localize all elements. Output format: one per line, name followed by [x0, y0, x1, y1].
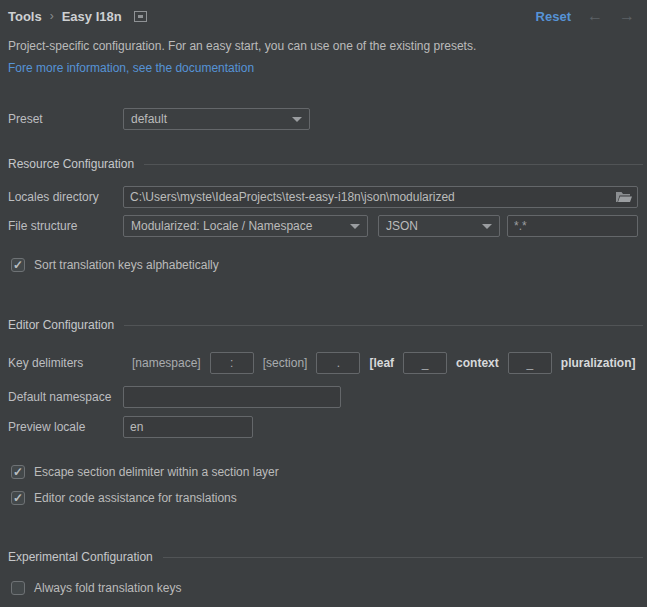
file-structure-row: File structure Modularized: Locale / Nam…: [8, 215, 647, 237]
breadcrumb-tools[interactable]: Tools: [8, 9, 42, 24]
checkbox-box[interactable]: ✓: [11, 491, 25, 505]
section-divider: [144, 164, 643, 165]
plural-delimiter-input[interactable]: [508, 352, 552, 374]
documentation-link[interactable]: Fore more information, see the documenta…: [8, 61, 647, 75]
breadcrumb-easy-i18n: Easy I18n: [62, 9, 122, 24]
preset-selected-value: default: [131, 112, 167, 126]
escape-delimiter-checkbox-label: Escape section delimiter within a sectio…: [34, 465, 279, 479]
preview-locale-row: Preview locale: [8, 416, 647, 438]
code-assistance-checkbox[interactable]: ✓ Editor code assistance for translation…: [11, 489, 647, 507]
pluralization-bracket-text: pluralization]: [561, 356, 636, 370]
preset-label: Preset: [8, 112, 123, 126]
section-editor-configuration: Editor Configuration: [8, 318, 647, 332]
section-divider: [163, 557, 643, 558]
preset-dropdown[interactable]: default: [123, 108, 310, 130]
locales-directory-field-wrap: [123, 186, 638, 208]
file-format-selected-value: JSON: [386, 219, 418, 233]
breadcrumb: Tools › Easy I18n: [8, 9, 147, 24]
key-delimiters-row: Key delimiters [namespace] [section] [le…: [8, 352, 647, 374]
check-icon: ✓: [13, 466, 23, 478]
code-assistance-checkbox-label: Editor code assistance for translations: [34, 491, 237, 505]
back-arrow-icon[interactable]: ←: [587, 8, 603, 24]
settings-header: Tools › Easy I18n Reset ← →: [0, 0, 647, 24]
default-namespace-label: Default namespace: [8, 390, 123, 404]
chevron-down-icon: [350, 224, 360, 229]
file-structure-selected-value: Modularized: Locale / Namespace: [131, 219, 312, 233]
preview-locale-input[interactable]: [123, 416, 253, 438]
file-structure-dropdown[interactable]: Modularized: Locale / Namespace: [123, 215, 368, 237]
checkbox-box[interactable]: ✓: [11, 465, 25, 479]
leaf-bracket-text: [leaf: [369, 356, 394, 370]
preset-row: Preset default: [8, 108, 647, 130]
fold-keys-checkbox[interactable]: ✓ Always fold translation keys: [11, 579, 647, 597]
sort-keys-checkbox-label: Sort translation keys alphabetically: [34, 258, 219, 272]
key-delimiters-label: Key delimiters: [8, 356, 123, 370]
section-title: Resource Configuration: [8, 157, 134, 171]
section-experimental-configuration: Experimental Configuration: [8, 550, 647, 564]
intro-description: Project-specific configuration. For an e…: [8, 39, 647, 53]
file-format-dropdown[interactable]: JSON: [378, 215, 500, 237]
context-text: context: [456, 356, 499, 370]
default-namespace-input[interactable]: [123, 386, 341, 408]
context-delimiter-input[interactable]: [403, 352, 447, 374]
header-actions: Reset ← →: [536, 8, 635, 24]
check-icon: ✓: [13, 259, 23, 271]
default-namespace-row: Default namespace: [8, 386, 647, 408]
reset-button[interactable]: Reset: [536, 9, 571, 24]
preview-locale-label: Preview locale: [8, 420, 123, 434]
section-bracket-text: [section]: [263, 356, 308, 370]
section-title: Experimental Configuration: [8, 550, 153, 564]
checkbox-box[interactable]: ✓: [11, 258, 25, 272]
section-delimiter-input[interactable]: [316, 352, 360, 374]
check-icon: ✓: [13, 492, 23, 504]
locales-directory-label: Locales directory: [8, 190, 123, 204]
section-resource-configuration: Resource Configuration: [8, 157, 647, 171]
file-structure-label: File structure: [8, 219, 123, 233]
checkbox-box[interactable]: ✓: [11, 581, 25, 595]
fold-keys-checkbox-label: Always fold translation keys: [34, 581, 181, 595]
escape-delimiter-checkbox[interactable]: ✓ Escape section delimiter within a sect…: [11, 463, 647, 481]
breadcrumb-separator: ›: [50, 9, 54, 23]
sort-keys-checkbox[interactable]: ✓ Sort translation keys alphabetically: [11, 256, 647, 274]
chevron-down-icon: [482, 224, 492, 229]
namespace-bracket-text: [namespace]: [132, 356, 201, 370]
locales-directory-input[interactable]: [123, 186, 638, 208]
folder-icon[interactable]: [616, 191, 632, 206]
file-pattern-input[interactable]: [507, 215, 638, 237]
namespace-delimiter-input[interactable]: [210, 352, 254, 374]
section-title: Editor Configuration: [8, 318, 114, 332]
chevron-down-icon: [292, 117, 302, 122]
locales-directory-row: Locales directory: [8, 186, 647, 208]
settings-window-icon[interactable]: [134, 11, 147, 22]
forward-arrow-icon[interactable]: →: [619, 8, 635, 24]
section-divider: [124, 325, 643, 326]
